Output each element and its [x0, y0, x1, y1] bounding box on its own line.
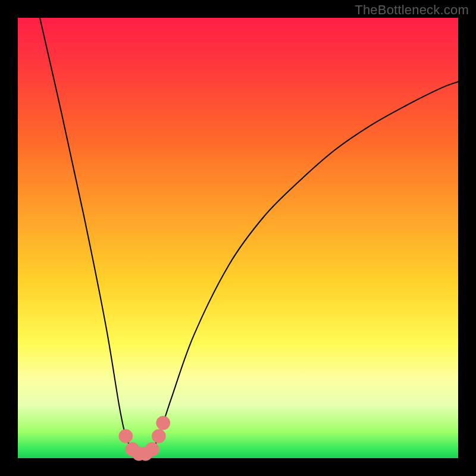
- bottleneck-curve: [40, 18, 458, 455]
- highlight-dot: [152, 429, 166, 443]
- highlight-dots: [118, 416, 170, 461]
- chart-svg: [18, 18, 458, 458]
- watermark-text: TheBottleneck.com: [355, 2, 469, 18]
- highlight-dot: [145, 442, 159, 456]
- plot-background: [18, 18, 458, 458]
- highlight-dot: [156, 416, 170, 430]
- chart-frame: TheBottleneck.com: [0, 0, 476, 476]
- highlight-dot: [118, 429, 133, 443]
